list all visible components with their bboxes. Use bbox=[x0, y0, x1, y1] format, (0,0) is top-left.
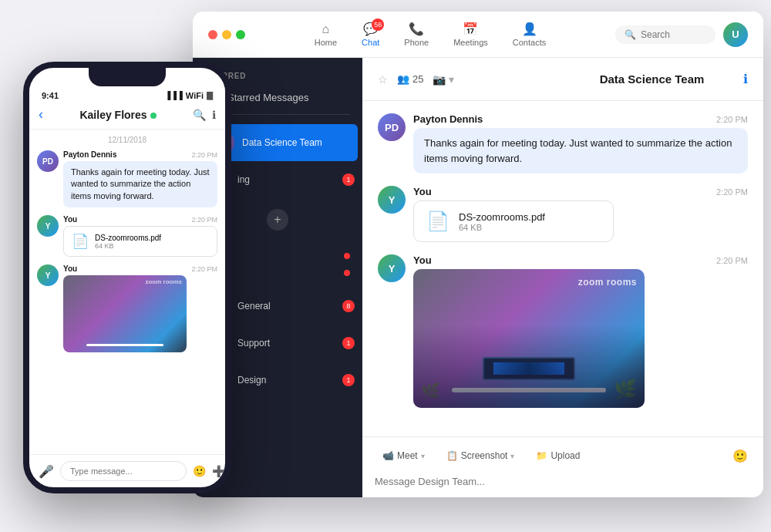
phone-status-bar: 9:41 ▐▐▐ WiFi ▓ bbox=[29, 86, 225, 100]
chat-input[interactable] bbox=[375, 476, 751, 487]
channel-info-3: General bbox=[237, 301, 350, 311]
channel-info-1: ing bbox=[237, 174, 350, 185]
msg-sender-0: Payton Dennis bbox=[413, 113, 483, 125]
channel-info-5: Design bbox=[237, 375, 350, 386]
ph-avatar-2: Y bbox=[37, 264, 59, 286]
chat-badge: 56 bbox=[372, 19, 384, 31]
maximize-button[interactable] bbox=[236, 30, 245, 39]
channel-name-0: Data Science Team bbox=[242, 137, 345, 148]
upload-icon: 📁 bbox=[536, 450, 547, 461]
tab-chat[interactable]: 💬 Chat 56 bbox=[351, 17, 390, 52]
channel-name-3: General bbox=[237, 301, 350, 311]
phone-notch bbox=[89, 68, 166, 86]
ph-msg-row-2: Y You 2:20 PM zoom rooms bbox=[37, 264, 217, 352]
window-controls bbox=[208, 30, 245, 39]
tab-chat-label: Chat bbox=[362, 38, 379, 47]
screenshot-label: Screenshot bbox=[461, 450, 508, 461]
room-screen bbox=[483, 357, 575, 380]
search-input[interactable] bbox=[641, 29, 706, 40]
phone-content: 9:41 ▐▐▐ WiFi ▓ ‹ Kailey Flores 🔍 ℹ bbox=[29, 86, 225, 487]
tab-phone-label: Phone bbox=[404, 38, 429, 47]
channel-info-4: Support bbox=[237, 338, 350, 348]
ph-sender-0: Payton Dennis bbox=[63, 150, 116, 159]
user-avatar[interactable]: U bbox=[723, 22, 748, 47]
mic-icon[interactable]: 🎤 bbox=[39, 464, 54, 479]
wifi-icon: WiFi bbox=[186, 91, 204, 100]
mention-all-dot bbox=[344, 270, 350, 276]
ph-emoji-icon[interactable]: 🙂 bbox=[193, 465, 206, 477]
desktop-app: ⌂ Home 💬 Chat 56 📞 Phone 📅 Meetings 👤 Co… bbox=[193, 12, 763, 497]
phone-messages: PD Payton Dennis 2:20 PM Thanks again fo… bbox=[29, 150, 225, 454]
mobile-device: 9:41 ▐▐▐ WiFi ▓ ‹ Kailey Flores 🔍 ℹ bbox=[23, 62, 231, 493]
starred-messages-label: Starred Messages bbox=[227, 92, 309, 103]
message-row-2: Y You 2:20 PM zoom rooms bbox=[378, 254, 748, 408]
ph-sender-2: You bbox=[63, 264, 77, 273]
ph-image[interactable]: zoom rooms bbox=[63, 275, 187, 352]
star-header-icon[interactable]: ☆ bbox=[378, 73, 388, 86]
screenshot-button[interactable]: 📋 Screenshot ▾ bbox=[439, 446, 523, 466]
close-button[interactable] bbox=[208, 30, 217, 39]
chat-toolbar: 📹 Meet ▾ 📋 Screenshot ▾ 📁 Upload 🙂 bbox=[362, 436, 763, 474]
emoji-button[interactable]: 🙂 bbox=[729, 445, 751, 466]
msg-header-1: You 2:20 PM bbox=[413, 186, 748, 197]
tab-meetings[interactable]: 📅 Meetings bbox=[443, 17, 499, 52]
emoji-wrapper: 🙂 bbox=[729, 445, 751, 466]
meet-button[interactable]: 📹 Meet ▾ bbox=[375, 446, 433, 466]
ph-file[interactable]: 📄 DS-zoomrooms.pdf 64 KB bbox=[63, 226, 217, 257]
file-size: 64 KB bbox=[459, 223, 545, 232]
tab-contacts[interactable]: 👤 Contacts bbox=[502, 17, 557, 52]
info-icon[interactable]: ℹ bbox=[743, 72, 748, 86]
upload-button[interactable]: 📁 Upload bbox=[528, 446, 588, 466]
msg-sender-2: You bbox=[413, 254, 432, 266]
phone-chat-input[interactable] bbox=[60, 461, 187, 481]
plant-icon: 🌿 bbox=[614, 379, 637, 400]
channel-name-5: Design bbox=[237, 375, 350, 386]
add-channel-button[interactable]: + bbox=[267, 209, 288, 231]
ph-table bbox=[86, 344, 163, 346]
minimize-button[interactable] bbox=[222, 30, 231, 39]
screenshot-chevron: ▾ bbox=[510, 452, 514, 460]
tab-phone[interactable]: 📞 Phone bbox=[393, 17, 439, 52]
msg-avatar-0: PD bbox=[378, 113, 406, 141]
msg-image[interactable]: zoom rooms 🌿 🌿 bbox=[413, 269, 645, 408]
ph-msg-row-1: Y You 2:20 PM 📄 DS-zoomrooms.pdf 64 KB bbox=[37, 215, 217, 257]
plant-icon-2: 🌿 bbox=[421, 382, 440, 400]
ph-file-name: DS-zoomrooms.pdf bbox=[95, 234, 161, 242]
channel-badge-1: 1 bbox=[342, 173, 355, 186]
search-icon: 🔍 bbox=[625, 29, 636, 40]
video-toolbar-icon: 📹 bbox=[382, 450, 394, 461]
msg-content-2: You 2:20 PM zoom rooms bbox=[413, 254, 748, 408]
chat-header: ☆ 👥 25 📷 ▾ Data Science Team ℹ bbox=[362, 58, 763, 101]
phone-time: 9:41 bbox=[42, 91, 59, 100]
ph-file-info: DS-zoomrooms.pdf 64 KB bbox=[95, 234, 161, 250]
phone-frame: 9:41 ▐▐▐ WiFi ▓ ‹ Kailey Flores 🔍 ℹ bbox=[23, 62, 231, 493]
message-row-1: Y You 2:20 PM 📄 DS-zoomrooms.pdf 64 KB bbox=[378, 186, 748, 242]
ph-bubble-0: Thanks again for meeting today. Just wan… bbox=[63, 161, 217, 207]
phone-search-icon[interactable]: 🔍 bbox=[193, 109, 206, 121]
channel-badge-5: 1 bbox=[342, 374, 355, 386]
nav-right: 🔍 U bbox=[615, 22, 748, 47]
ph-sender-1: You bbox=[63, 215, 77, 224]
video-icon[interactable]: 📷 ▾ bbox=[433, 73, 454, 86]
signal-icon: ▐▐▐ bbox=[164, 91, 182, 100]
contact-name-text: Kailey Flores bbox=[79, 109, 146, 121]
messages-list: PD Payton Dennis 2:20 PM Thanks again fo… bbox=[362, 101, 763, 436]
msg-content-1: You 2:20 PM 📄 DS-zoomrooms.pdf 64 KB bbox=[413, 186, 748, 242]
tab-home[interactable]: ⌂ Home bbox=[304, 18, 348, 52]
home-icon: ⌂ bbox=[322, 22, 330, 36]
phone-info-icon[interactable]: ℹ bbox=[212, 109, 216, 121]
msg-avatar-2: Y bbox=[378, 254, 406, 282]
msg-sender-1: You bbox=[413, 186, 432, 197]
tab-home-label: Home bbox=[315, 38, 337, 47]
ph-avatar-0: PD bbox=[37, 150, 59, 172]
msg-content-0: Payton Dennis 2:20 PM Thanks again for m… bbox=[413, 113, 748, 173]
chat-header-left: ☆ 👥 25 📷 ▾ bbox=[378, 73, 561, 86]
back-button[interactable]: ‹ bbox=[39, 106, 43, 123]
contacts-icon: 👤 bbox=[522, 22, 537, 36]
search-box[interactable]: 🔍 bbox=[615, 25, 715, 44]
phone-icon: 📞 bbox=[409, 22, 424, 36]
ph-send-icon[interactable]: ➕ bbox=[212, 465, 225, 477]
ph-avatar-1: Y bbox=[37, 215, 59, 237]
file-attachment[interactable]: 📄 DS-zoomrooms.pdf 64 KB bbox=[413, 200, 614, 242]
ph-msg-content-2: You 2:20 PM zoom rooms bbox=[63, 264, 217, 352]
